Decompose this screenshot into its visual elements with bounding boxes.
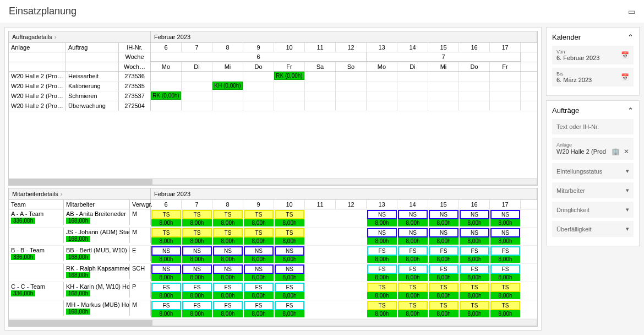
einteilungsstatus-filter[interactable]: Einteilungsstatus ▾ <box>552 163 634 179</box>
assignment-cell[interactable]: KH (0,00h) <box>212 82 243 90</box>
shift-cell[interactable]: TS 8,00h <box>275 228 304 245</box>
search-input[interactable]: Text oder IH-Nr. <box>552 119 634 134</box>
dringlichkeit-filter[interactable]: Dringlichkeit ▾ <box>552 202 634 218</box>
shift-cell[interactable]: TS 8,00h <box>460 301 489 317</box>
shift-cell[interactable]: NS 8,00h <box>275 264 304 281</box>
order-row[interactable]: W20 Halle 2 (Produkti… Schmieren 273537 … <box>9 91 537 101</box>
employee-row[interactable]: JS - Johann (ADM) Stadln168,00h M TS 8,0… <box>9 228 537 246</box>
employee-row[interactable]: A - A - Team336,00h AB - Anita Breitened… <box>9 209 537 228</box>
shift-cell[interactable]: TS 8,00h <box>213 210 243 226</box>
date-to-field[interactable]: Bis 6. März 2023 📅 <box>552 68 634 87</box>
shift-cell[interactable]: NS 8,00h <box>398 228 428 245</box>
shift-cell[interactable]: NS 8,00h <box>429 210 459 226</box>
shift-cell[interactable]: FS 8,00h <box>244 301 274 317</box>
shift-cell[interactable]: TS 8,00h <box>244 228 274 245</box>
shift-cell[interactable]: NS 8,00h <box>367 228 397 245</box>
shift-cell[interactable]: TS 8,00h <box>244 210 274 226</box>
shift-cell[interactable]: TS 8,00h <box>367 301 397 317</box>
shift-cell[interactable]: NS 8,00h <box>244 264 274 281</box>
clear-icon[interactable]: ✕ <box>624 148 629 155</box>
shift-cell[interactable]: TS 8,00h <box>151 210 181 226</box>
assignment-cell[interactable]: RK (0,00h) <box>151 91 181 100</box>
shift-cell[interactable]: TS 8,00h <box>182 228 212 245</box>
employee-row[interactable]: B - B - Team336,00h BB - Bertl (MUB, W10… <box>9 246 537 264</box>
shift-cell[interactable]: TS 8,00h <box>429 283 459 299</box>
col-verwgr[interactable]: Verwgr. <box>130 200 151 209</box>
order-row[interactable]: W20 Halle 2 (Produkti… Kalibrierung 2735… <box>9 82 537 91</box>
shift-cell[interactable]: TS 8,00h <box>151 228 181 245</box>
employee-details-header[interactable]: Mitarbeiterdetails› <box>9 188 151 199</box>
shift-cell[interactable]: NS 8,00h <box>151 264 181 281</box>
date-from-field[interactable]: Von 6. Februar 2023 📅 <box>552 46 634 64</box>
col-team[interactable]: Team <box>9 200 64 209</box>
shift-cell[interactable]: TS 8,00h <box>213 228 243 245</box>
anlage-filter[interactable]: Anlage W20 Halle 2 (Prod 🏢 ✕ <box>552 138 634 160</box>
auftraege-header[interactable]: Aufträge <box>552 106 634 115</box>
shift-cell[interactable]: NS 8,00h <box>367 210 397 226</box>
shift-cell[interactable]: NS 8,00h <box>213 246 243 263</box>
shift-cell[interactable]: NS 8,00h <box>429 228 459 245</box>
shift-cell[interactable]: NS 8,00h <box>182 264 212 281</box>
shift-cell[interactable]: FS 8,00h <box>398 264 428 281</box>
order-row[interactable]: W20 Halle 2 (Produkti… Überwachung 27250… <box>9 101 537 111</box>
shift-cell[interactable]: NS 8,00h <box>182 246 212 263</box>
shift-cell[interactable]: NS 8,00h <box>213 264 243 281</box>
shift-cell[interactable]: NS 8,00h <box>151 246 181 263</box>
shift-cell[interactable]: TS 8,00h <box>460 283 489 299</box>
shift-cell[interactable]: TS 8,00h <box>490 283 520 299</box>
fullscreen-icon[interactable]: ▭ <box>628 7 635 16</box>
shift-cell[interactable]: TS 8,00h <box>275 210 304 226</box>
shift-cell[interactable]: FS 8,00h <box>244 283 274 299</box>
shift-cell[interactable]: TS 8,00h <box>398 301 428 317</box>
shift-cell[interactable]: FS 8,00h <box>151 283 181 299</box>
shift-cell[interactable]: FS 8,00h <box>490 264 520 281</box>
employees-hscroll[interactable] <box>9 320 537 326</box>
employee-row[interactable]: RK - Ralph Kapsammer168,00h SCH NS 8,00h… <box>9 264 537 282</box>
shift-cell[interactable]: NS 8,00h <box>398 210 428 226</box>
kalender-header[interactable]: Kalender <box>552 33 634 41</box>
shift-cell[interactable]: FS 8,00h <box>429 264 459 281</box>
day-header: 16 <box>459 43 490 52</box>
calendar-icon[interactable]: 📅 <box>621 73 629 81</box>
shift-cell[interactable]: FS 8,00h <box>429 246 459 263</box>
shift-cell[interactable]: FS 8,00h <box>398 246 428 263</box>
shift-cell[interactable]: TS 8,00h <box>490 301 520 317</box>
shift-type: NS <box>429 210 459 219</box>
shift-cell[interactable]: NS 8,00h <box>244 246 274 263</box>
col-auftrag[interactable]: Auftrag <box>66 43 119 52</box>
ueberfaelligkeit-filter[interactable]: Überfälligkeit ▾ <box>552 221 634 237</box>
shift-cell[interactable]: FS 8,00h <box>213 301 243 317</box>
shift-cell[interactable]: FS 8,00h <box>151 301 181 317</box>
shift-cell[interactable]: TS 8,00h <box>429 301 459 317</box>
shift-cell[interactable]: FS 8,00h <box>213 283 243 299</box>
shift-cell[interactable]: FS 8,00h <box>460 264 489 281</box>
orders-hscroll[interactable] <box>9 179 537 185</box>
order-row[interactable]: W20 Halle 2 (Produkti… Heissarbeit 27353… <box>9 72 537 82</box>
shift-cell[interactable]: FS 8,00h <box>182 301 212 317</box>
shift-cell[interactable]: FS 8,00h <box>490 246 520 263</box>
col-ihnr[interactable]: IH-Nr. <box>119 43 151 52</box>
shift-cell[interactable]: NS 8,00h <box>490 210 520 226</box>
shift-cell[interactable]: NS 8,00h <box>460 228 489 245</box>
shift-cell[interactable]: FS 8,00h <box>367 246 397 263</box>
shift-cell[interactable]: NS 8,00h <box>275 246 304 263</box>
shift-cell[interactable]: NS 8,00h <box>490 228 520 245</box>
shift-cell[interactable]: FS 8,00h <box>275 283 304 299</box>
shift-cell[interactable]: FS 8,00h <box>460 246 489 263</box>
building-icon[interactable]: 🏢 <box>612 148 620 155</box>
shift-cell[interactable]: TS 8,00h <box>398 283 428 299</box>
shift-cell[interactable]: FS 8,00h <box>182 283 212 299</box>
orders-details-header[interactable]: Auftragsdetails› <box>9 31 151 42</box>
shift-cell[interactable]: TS 8,00h <box>367 283 397 299</box>
employee-row[interactable]: MH - Markus (MUB) Hob168,00h M FS 8,00h … <box>9 300 537 318</box>
shift-cell[interactable]: NS 8,00h <box>460 210 489 226</box>
shift-cell[interactable]: TS 8,00h <box>182 210 212 226</box>
shift-cell[interactable]: FS 8,00h <box>367 264 397 281</box>
col-anlage[interactable]: Anlage <box>9 43 66 52</box>
employee-row[interactable]: C - C - Team336,00h KH - Karin (M, W10) … <box>9 282 537 300</box>
calendar-icon[interactable]: 📅 <box>621 51 629 59</box>
assignment-cell[interactable]: RK (0,00h) <box>274 72 304 80</box>
shift-cell[interactable]: FS 8,00h <box>275 301 304 317</box>
mitarbeiter-filter[interactable]: Mitarbeiter ▾ <box>552 182 634 198</box>
col-mitarbeiter[interactable]: Mitarbeiter <box>64 200 130 209</box>
